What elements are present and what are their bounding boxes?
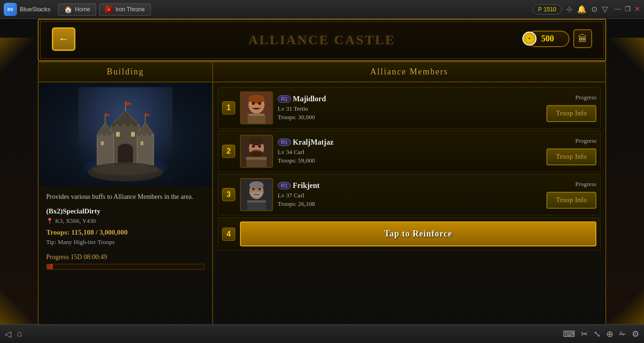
svg-point-35: [252, 102, 255, 105]
member-rank-3: 3: [222, 188, 235, 201]
svg-rect-28: [101, 141, 104, 145]
points-value: 1510: [544, 6, 556, 13]
restore-btn[interactable]: ❐: [625, 5, 631, 13]
progress-text-1: Progress: [575, 94, 596, 101]
reinforce-row: 4 Tap to Reinforce: [218, 217, 601, 251]
notification-icon[interactable]: 🔔: [577, 5, 586, 14]
game-tab[interactable]: ⚔ Iron Throne: [99, 3, 151, 16]
back-button[interactable]: ←: [52, 27, 75, 51]
building-description: Provides various buffs to Alliance Membe…: [46, 192, 205, 202]
main-content: Building: [38, 61, 606, 335]
members-panel-header: Alliance Members: [213, 62, 605, 82]
progress-bar-fill: [47, 264, 53, 269]
keyboard-icon[interactable]: ⌨: [563, 329, 575, 339]
svg-rect-4: [111, 122, 116, 126]
member-row-3: 3: [218, 174, 601, 215]
svg-rect-6: [125, 122, 130, 126]
game-tab-label: Iron Throne: [116, 6, 145, 13]
camera-icon[interactable]: ⊙: [591, 5, 597, 14]
svg-point-19: [118, 144, 133, 153]
back-arrow-icon: ←: [58, 33, 69, 45]
member-name-1: Majidlord: [293, 95, 326, 103]
building-panel-header: Building: [39, 62, 212, 82]
location-text: K3, X566, Y430: [55, 217, 96, 225]
svg-rect-17: [148, 132, 151, 136]
svg-point-49: [249, 181, 264, 189]
coin-display: + 500: [527, 31, 570, 47]
castle-image: [39, 82, 212, 186]
member-right-3: Progress Troop Info: [546, 180, 596, 209]
members-list: 1: [213, 82, 605, 334]
svg-rect-38: [249, 114, 264, 116]
corner-br: [606, 286, 644, 324]
resize-icon[interactable]: ⤡: [594, 329, 601, 339]
reinforce-button[interactable]: Tap to Reinforce: [240, 221, 596, 246]
location-icon[interactable]: ⊕: [606, 329, 613, 339]
svg-rect-13: [137, 134, 154, 165]
game-area: ← ALLIANCE CASTLE + 500 🏛 Building: [0, 19, 644, 343]
svg-rect-10: [97, 132, 101, 136]
pin-icon: 📍: [46, 218, 53, 225]
alliance-members-panel: Alliance Members 1: [212, 61, 606, 335]
reinforce-rank: 4: [222, 228, 235, 241]
svg-rect-54: [247, 200, 266, 203]
troop-info-btn-2[interactable]: Troop Info: [546, 148, 596, 165]
member-details-1: R1 Majidlord Lv 31 Tertio Troops: 30,000: [278, 95, 542, 121]
svg-point-41: [249, 138, 264, 146]
svg-point-43: [252, 145, 255, 147]
location: 📍 K3, X566, Y430: [46, 217, 205, 225]
svg-point-50: [252, 188, 255, 190]
member-level-1: Lv 31 Tertio: [278, 105, 542, 113]
scissors-icon[interactable]: ✁: [619, 329, 626, 339]
rank-badge-1: R1: [278, 95, 291, 103]
progress-text-2: Progress: [575, 137, 596, 145]
currency-value: 500: [541, 34, 554, 43]
back-taskbar-icon[interactable]: ◁: [5, 329, 11, 339]
member-avatar-3: [240, 178, 273, 211]
game-tab-icon: ⚔: [105, 6, 113, 13]
svg-point-31: [92, 164, 158, 175]
svg-rect-12: [107, 132, 111, 136]
member-right-2: Progress Troop Info: [546, 137, 596, 165]
game-top-bar: ← ALLIANCE CASTLE + 500 🏛: [0, 19, 644, 61]
troop-info-btn-3[interactable]: Troop Info: [546, 192, 596, 209]
home-tab[interactable]: 🏠 Home: [58, 3, 96, 16]
svg-rect-8: [97, 134, 114, 165]
page-title-container: ALLIANCE CASTLE: [248, 33, 396, 48]
settings-icon[interactable]: ⚙: [632, 329, 639, 339]
member-name-3: Frikjent: [293, 181, 320, 190]
right-icons: P 1510 ⊹ 🔔 ⊙ ▽ — ❐ ✕: [533, 4, 640, 15]
svg-rect-7: [132, 122, 137, 126]
member-details-3: R1 Frikjent Lv 37 Carl Troops: 26,108: [278, 181, 542, 208]
tip-text: Tip: Many High-tier Troops: [46, 238, 205, 246]
coin-icon: +: [522, 32, 537, 46]
progress-text-3: Progress: [575, 180, 596, 188]
troop-info-btn-1[interactable]: Troop Info: [546, 105, 596, 122]
svg-point-51: [258, 188, 261, 190]
building-panel: Building: [38, 61, 212, 335]
cursor-icon[interactable]: ⊹: [566, 5, 572, 14]
member-name-2: KraljMatjaz: [293, 138, 333, 147]
svg-point-36: [258, 102, 261, 105]
rank-badge-2: R1: [278, 139, 291, 146]
home-taskbar-icon[interactable]: ⌂: [17, 329, 22, 339]
bluestacks-bar: BS BlueStacks 🏠 Home ⚔ Iron Throne P 151…: [0, 0, 644, 19]
member-rank-1: 1: [222, 101, 235, 114]
close-btn[interactable]: ✕: [635, 5, 640, 13]
svg-rect-29: [140, 141, 143, 145]
minimize-btn[interactable]: —: [614, 5, 621, 13]
member-row-2: 2: [218, 131, 601, 172]
progress-bar-container: [46, 264, 205, 270]
download-icon[interactable]: ▽: [602, 5, 608, 14]
rank-badge-3: R1: [278, 182, 291, 189]
bank-icon[interactable]: 🏛: [573, 29, 592, 48]
currency-bar: + 500 🏛: [527, 29, 592, 48]
bluestacks-logo: BS: [4, 3, 17, 16]
screenshot-icon[interactable]: ✂: [581, 329, 588, 339]
svg-point-34: [248, 95, 264, 104]
svg-rect-27: [131, 132, 135, 137]
member-right-1: Progress Troop Info: [546, 94, 596, 122]
member-troops-1: Troops: 30,000: [278, 114, 542, 121]
points-display: P 1510: [533, 4, 561, 15]
member-rank-2: 2: [222, 145, 235, 158]
